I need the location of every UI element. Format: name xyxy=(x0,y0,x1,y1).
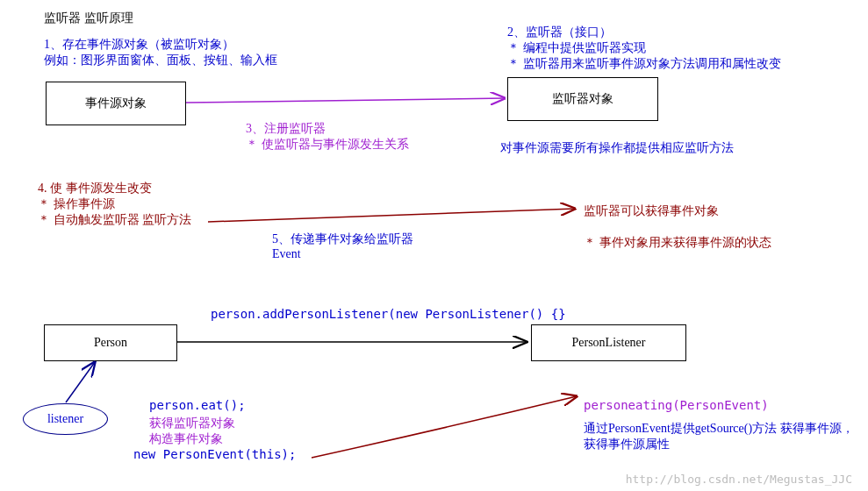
step3-line1: 3、注册监听器 xyxy=(246,121,326,137)
step1-line1: 1、存在事件源对象（被监听对象） xyxy=(44,37,234,53)
step4-line3: ＊ 自动触发监听器 监听方法 xyxy=(38,212,191,228)
br-l1: personeating(PersonEvent) xyxy=(584,398,769,412)
watermark: http://blog.csdn.net/Megustas_JJC xyxy=(626,473,852,486)
box-person-label: Person xyxy=(94,336,127,350)
ellipse-listener: listener xyxy=(23,403,108,435)
svg-line-3 xyxy=(66,362,95,402)
bl-l3: 构造事件对象 xyxy=(149,431,223,447)
step3-line2: ＊ 使监听器与事件源发生关系 xyxy=(246,137,409,153)
box-person-listener-label: PersonListener xyxy=(572,336,646,350)
step1-line2: 例如：图形界面窗体、面板、按钮、输入框 xyxy=(44,53,277,68)
step4-line2: ＊ 操作事件源 xyxy=(38,196,115,212)
box-event-source: 事件源对象 xyxy=(46,82,186,125)
ellipse-listener-label: listener xyxy=(47,412,83,426)
step5-line2: Event xyxy=(272,247,301,261)
bl-l1: person.eat(); xyxy=(149,398,246,412)
right-dr-line2: ＊ 事件对象用来获得事件源的状态 xyxy=(584,235,771,251)
step2-line1: 2、监听器（接口） xyxy=(507,25,612,40)
box-person-listener: PersonListener xyxy=(531,324,686,361)
note-listener-methods: 对事件源需要所有操作都提供相应监听方法 xyxy=(500,140,734,156)
step5-line1: 5、传递事件对象给监听器 xyxy=(272,231,413,247)
step2-line2: ＊ 编程中提供监听器实现 xyxy=(507,40,646,56)
svg-line-0 xyxy=(186,98,505,103)
box-listener-object-label: 监听器对象 xyxy=(552,91,613,107)
diagram-title: 监听器 监听原理 xyxy=(44,11,133,26)
code-add-listener: person.addPersonListener(new PersonListe… xyxy=(211,307,566,321)
bl-l4: new PersonEvent(this); xyxy=(133,447,296,461)
right-dr-line1: 监听器可以获得事件对象 xyxy=(584,203,719,219)
box-listener-object: 监听器对象 xyxy=(507,77,658,121)
br-l2: 通过PersonEvent提供getSource()方法 获得事件源，获得事件源… xyxy=(584,421,856,452)
box-event-source-label: 事件源对象 xyxy=(85,96,147,111)
box-person: Person xyxy=(44,324,177,361)
step4-line1: 4. 使 事件源发生改变 xyxy=(38,181,152,196)
svg-line-1 xyxy=(208,209,575,222)
step2-line3: ＊ 监听器用来监听事件源对象方法调用和属性改变 xyxy=(507,56,781,72)
bl-l2: 获得监听器对象 xyxy=(149,416,235,431)
